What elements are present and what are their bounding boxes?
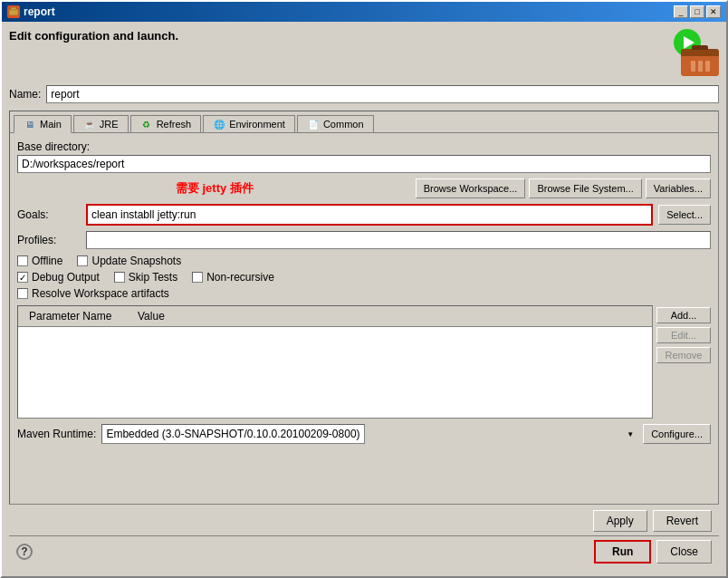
maven-row: Maven Runtime: Embedded (3.0-SNAPSHOT/0.… xyxy=(17,424,711,444)
params-table: Parameter Name Value xyxy=(17,305,653,419)
common-tab-icon: 📄 xyxy=(307,119,320,130)
main-panel: 🖥 Main ☕ JRE ♻ Refresh 🌐 Environment 📄 xyxy=(9,111,719,505)
skip-tests-checkbox[interactable] xyxy=(114,272,125,283)
edit-config-label: Edit configuration and launch. xyxy=(9,29,178,43)
variables-button[interactable]: Variables... xyxy=(646,178,711,198)
tab-main[interactable]: 🖥 Main xyxy=(14,115,72,133)
params-row-container: Parameter Name Value Add... Edit... Remo… xyxy=(17,305,711,419)
refresh-tab-icon: ♻ xyxy=(140,119,153,130)
tab-refresh-label: Refresh xyxy=(157,119,192,130)
bottom-buttons: Apply Revert xyxy=(9,505,719,535)
debug-output-label: Debug Output xyxy=(32,271,100,284)
profiles-row: Profiles: xyxy=(17,231,711,249)
non-recursive-label: Non-recursive xyxy=(206,271,274,284)
maven-select-wrapper: Embedded (3.0-SNAPSHOT/0.10.0.20100209-0… xyxy=(101,424,637,444)
goals-select-button[interactable]: Select... xyxy=(658,205,711,225)
tab-jre-label: JRE xyxy=(100,119,119,130)
goals-row: Goals: Select... xyxy=(17,204,711,226)
window-icon xyxy=(7,5,20,18)
title-bar: report _ □ ✕ xyxy=(2,2,726,22)
name-label: Name: xyxy=(9,88,41,101)
tab-common-label: Common xyxy=(323,119,364,130)
window-title: report xyxy=(24,5,670,18)
edit-param-button[interactable]: Edit... xyxy=(656,327,711,343)
run-close-row: Run Close xyxy=(594,540,712,564)
env-tab-icon: 🌐 xyxy=(213,119,225,130)
update-snapshots-label: Update Snapshots xyxy=(91,255,181,267)
non-recursive-checkbox-item[interactable]: Non-recursive xyxy=(192,271,274,284)
jre-tab-icon: ☕ xyxy=(83,119,96,130)
name-input[interactable] xyxy=(46,85,719,103)
debug-output-checkbox[interactable]: ✓ xyxy=(17,272,28,283)
browse-workspace-button[interactable]: Browse Workspace... xyxy=(416,178,526,198)
toolbox-icon xyxy=(681,49,719,78)
checkbox-row-3: Resolve Workspace artifacts xyxy=(17,287,711,300)
footer-row: ? Run Close xyxy=(9,535,719,569)
goals-input-container xyxy=(86,204,653,226)
minimize-button[interactable]: _ xyxy=(674,5,688,18)
resolve-workspace-checkbox-item[interactable]: Resolve Workspace artifacts xyxy=(17,287,169,300)
window-controls: _ □ ✕ xyxy=(674,5,721,18)
skip-tests-checkbox-item[interactable]: Skip Tests xyxy=(114,271,177,284)
top-bar: Edit configuration and launch. xyxy=(9,29,719,78)
param-value-header: Value xyxy=(130,308,172,324)
run-icon-area xyxy=(670,29,719,78)
warning-text: 需要 jetty 插件 xyxy=(17,180,412,197)
name-row: Name: xyxy=(9,85,719,103)
tab-main-label: Main xyxy=(40,119,62,130)
checkbox-row-2: ✓ Debug Output Skip Tests Non-recursive xyxy=(17,271,711,284)
goals-label: Goals: xyxy=(17,208,81,221)
browse-row: 需要 jetty 插件 Browse Workspace... Browse F… xyxy=(17,178,711,198)
main-tab-icon: 🖥 xyxy=(24,119,36,130)
checkbox-row-1: Offline Update Snapshots xyxy=(17,255,711,267)
resolve-workspace-label: Resolve Workspace artifacts xyxy=(32,287,169,300)
maximize-button[interactable]: □ xyxy=(690,5,704,18)
panel-content: Base directory: 需要 jetty 插件 Browse Works… xyxy=(10,133,718,504)
tab-jre[interactable]: ☕ JRE xyxy=(73,115,129,132)
offline-label: Offline xyxy=(32,255,62,267)
tab-environment[interactable]: 🌐 Environment xyxy=(203,115,295,132)
close-button[interactable]: Close xyxy=(656,540,712,564)
params-body xyxy=(18,327,652,418)
base-dir-row: Base directory: xyxy=(17,140,711,173)
param-name-header: Parameter Name xyxy=(22,308,130,324)
update-snapshots-checkbox-item[interactable]: Update Snapshots xyxy=(77,255,181,267)
offline-checkbox-item[interactable]: Offline xyxy=(17,255,62,267)
tab-environment-label: Environment xyxy=(229,119,285,130)
help-button[interactable]: ? xyxy=(16,544,33,560)
configure-button[interactable]: Configure... xyxy=(643,424,711,444)
revert-button[interactable]: Revert xyxy=(653,510,712,532)
params-header: Parameter Name Value xyxy=(18,306,652,327)
params-buttons: Add... Edit... Remove xyxy=(656,305,711,419)
debug-output-checkbox-item[interactable]: ✓ Debug Output xyxy=(17,271,100,284)
profiles-input[interactable] xyxy=(86,231,711,249)
goals-input[interactable] xyxy=(88,206,651,224)
update-snapshots-checkbox[interactable] xyxy=(77,255,88,266)
resolve-workspace-checkbox[interactable] xyxy=(17,288,28,299)
skip-tests-label: Skip Tests xyxy=(129,271,177,284)
base-dir-input[interactable] xyxy=(17,155,711,173)
svg-rect-1 xyxy=(11,7,16,10)
browse-file-system-button[interactable]: Browse File System... xyxy=(529,178,641,198)
base-dir-label: Base directory: xyxy=(17,140,711,153)
remove-param-button[interactable]: Remove xyxy=(656,347,711,363)
run-button[interactable]: Run xyxy=(594,540,651,564)
tab-refresh[interactable]: ♻ Refresh xyxy=(130,115,202,132)
window: report _ □ ✕ Edit configuration and laun… xyxy=(0,0,728,578)
close-window-button[interactable]: ✕ xyxy=(706,5,721,18)
checkboxes-area: Offline Update Snapshots ✓ Debug Output xyxy=(17,255,711,300)
maven-runtime-label: Maven Runtime: xyxy=(17,428,96,440)
tabs: 🖥 Main ☕ JRE ♻ Refresh 🌐 Environment 📄 xyxy=(10,111,718,133)
offline-checkbox[interactable] xyxy=(17,255,28,266)
tab-common[interactable]: 📄 Common xyxy=(297,115,374,132)
non-recursive-checkbox[interactable] xyxy=(192,272,203,283)
apply-button[interactable]: Apply xyxy=(593,510,647,532)
add-param-button[interactable]: Add... xyxy=(656,307,711,323)
maven-runtime-select[interactable]: Embedded (3.0-SNAPSHOT/0.10.0.20100209-0… xyxy=(101,424,365,444)
profiles-label: Profiles: xyxy=(17,234,81,246)
window-content: Edit configuration and launch. xyxy=(2,22,726,576)
